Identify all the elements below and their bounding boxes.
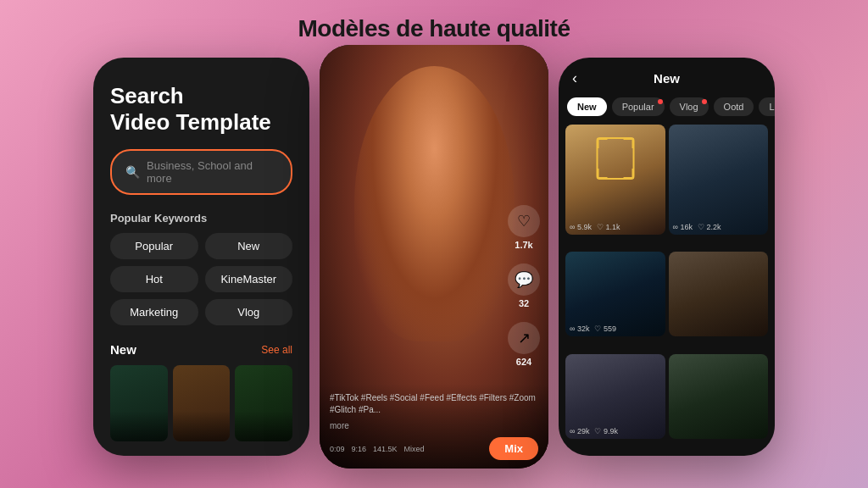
mix-button[interactable]: Mix [489, 437, 538, 460]
search-bar[interactable]: 🔍 Business, School and more [110, 149, 292, 195]
thumb-1[interactable] [110, 365, 168, 441]
video-content: ♡ 1.7k 💬 32 ↗ 624 #TikTok #Reels #Social… [320, 45, 548, 469]
new-label: New [110, 342, 136, 357]
thumb-2[interactable] [173, 365, 231, 441]
likes-2: ♡ 2.2k [698, 223, 721, 231]
video-bottom: #TikTok #Reels #Social #Feed #Effects #F… [320, 384, 548, 469]
grid-item-5[interactable]: ∞ 29k ♡ 9.9k [565, 354, 665, 439]
keyword-chip-popular[interactable]: Popular [110, 233, 198, 259]
face-overlay [354, 66, 515, 341]
corner-br [623, 169, 633, 179]
cat-ootd[interactable]: Ootd [714, 97, 754, 116]
phone3-title: New [654, 71, 680, 86]
like-action[interactable]: ♡ 1.7k [508, 205, 540, 250]
thumb-3[interactable] [235, 365, 292, 441]
video-views: 141.5K [373, 445, 398, 453]
video-more[interactable]: more [330, 421, 538, 430]
back-button[interactable]: ‹ [572, 69, 577, 87]
new-section-header: New See all [110, 342, 292, 357]
heart-icon: ♡ [508, 205, 540, 237]
views-5: ∞ 29k [570, 427, 589, 435]
see-all-link[interactable]: See all [261, 344, 292, 356]
video-ratio: 9:16 [352, 445, 367, 453]
phone-new: ‹ New New Popular Vlog Ootd Lab ∞ 5.9k [559, 58, 775, 456]
video-tags: #TikTok #Reels #Social #Feed #Effects #F… [330, 392, 538, 416]
views-3: ∞ 32k [570, 324, 589, 333]
face-detection-box [596, 137, 634, 180]
comment-count: 32 [519, 298, 529, 308]
search-placeholder: Business, School and more [147, 159, 277, 185]
keyword-chip-marketing[interactable]: Marketing [110, 299, 198, 325]
likes-5: ♡ 9.9k [594, 427, 618, 435]
video-sidebar: ♡ 1.7k 💬 32 ↗ 624 [508, 205, 540, 367]
share-count: 624 [516, 357, 531, 367]
views-1: ∞ 5.9k [570, 223, 592, 231]
thumbnails-row [110, 365, 292, 441]
phone1-title: SearchVideo Template [110, 83, 292, 136]
comment-action[interactable]: 💬 32 [508, 263, 540, 308]
comment-icon: 💬 [508, 263, 540, 296]
template-grid: ∞ 5.9k ♡ 1.1k ∞ 16k ♡ 2.2k ∞ 32k ♡ 559 [559, 121, 775, 456]
cat-vlog[interactable]: Vlog [670, 97, 709, 116]
video-meta-row: 0:09 9:16 141.5K Mixed Mix [330, 437, 538, 460]
corner-tr [623, 138, 633, 148]
stats-5: ∞ 29k ♡ 9.9k [570, 427, 618, 435]
video-meta-info: 0:09 9:16 141.5K Mixed [330, 445, 425, 453]
phone-video: ♡ 1.7k 💬 32 ↗ 624 #TikTok #Reels #Social… [320, 45, 548, 469]
keywords-grid: Popular New Hot KineMaster Marketing Vlo… [110, 233, 292, 325]
phone-search: SearchVideo Template 🔍 Business, School … [93, 58, 309, 456]
keyword-chip-vlog[interactable]: Vlog [205, 299, 293, 325]
keywords-section: Popular Keywords Popular New Hot KineMas… [110, 212, 292, 342]
video-duration: 0:09 [330, 445, 345, 453]
stats-3: ∞ 32k ♡ 559 [570, 324, 616, 333]
corner-bl [597, 169, 607, 179]
stats-2: ∞ 16k ♡ 2.2k [673, 223, 721, 231]
phones-container: SearchVideo Template 🔍 Business, School … [93, 58, 775, 481]
likes-3: ♡ 559 [594, 324, 616, 333]
grid-item-4[interactable] [669, 252, 769, 336]
search-icon: 🔍 [125, 165, 140, 179]
cat-new[interactable]: New [567, 97, 607, 116]
keyword-chip-hot[interactable]: Hot [110, 266, 198, 292]
video-type: Mixed [404, 445, 425, 453]
like-count: 1.7k [515, 240, 532, 250]
cat-popular[interactable]: Popular [612, 97, 665, 116]
grid-item-2[interactable]: ∞ 16k ♡ 2.2k [669, 125, 769, 235]
categories-bar: New Popular Vlog Ootd Lab [559, 92, 775, 121]
keyword-chip-new[interactable]: New [205, 233, 293, 259]
share-icon: ↗ [508, 322, 540, 354]
corner-tl [597, 138, 607, 148]
grid-item-3[interactable]: ∞ 32k ♡ 559 [565, 252, 665, 336]
keyword-chip-kinemaster[interactable]: KineMaster [205, 266, 293, 292]
share-action[interactable]: ↗ 624 [508, 322, 540, 367]
stats-1: ∞ 5.9k ♡ 1.1k [570, 223, 620, 231]
grid-item-1[interactable]: ∞ 5.9k ♡ 1.1k [565, 125, 665, 235]
likes-1: ♡ 1.1k [597, 223, 620, 231]
cat-lab[interactable]: Lab [759, 97, 775, 116]
keywords-label: Popular Keywords [110, 212, 292, 225]
views-2: ∞ 16k [673, 223, 693, 231]
phone3-header: ‹ New [559, 58, 775, 92]
page-title: Modèles de haute qualité [298, 15, 570, 42]
grid-item-6[interactable] [669, 354, 769, 439]
